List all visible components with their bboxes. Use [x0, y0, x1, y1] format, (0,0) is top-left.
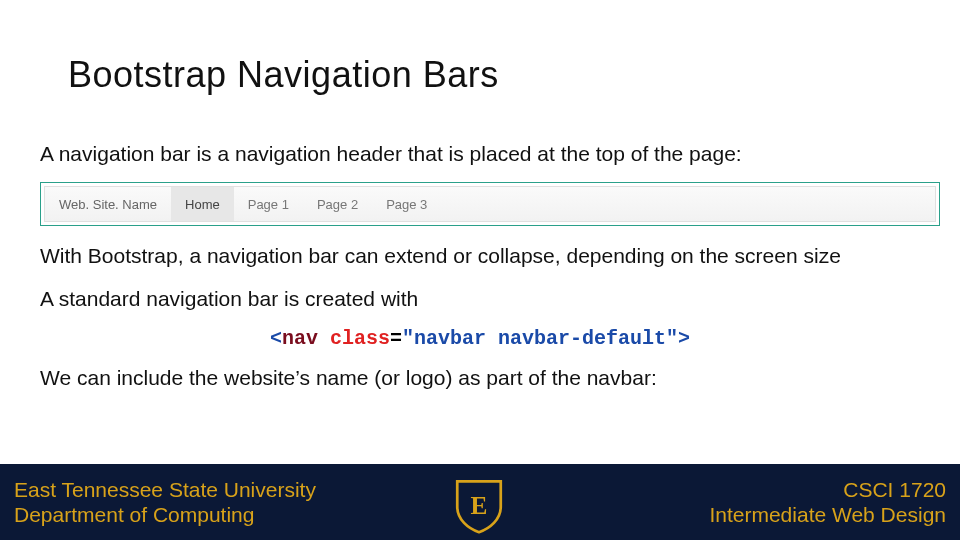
footer-department: Department of Computing	[14, 502, 316, 527]
slide-footer: East Tennessee State University Departme…	[0, 464, 960, 540]
etsu-logo-icon: E	[450, 476, 508, 534]
navbar-item-page1[interactable]: Page 1	[234, 187, 303, 221]
slide: Bootstrap Navigation Bars A navigation b…	[0, 0, 960, 540]
code-token-space	[318, 327, 330, 350]
footer-right: CSCI 1720 Intermediate Web Design	[709, 477, 946, 527]
paragraph-createdwith: A standard navigation bar is created wit…	[40, 285, 920, 313]
code-snippet: <nav class="navbar navbar-default">	[40, 327, 920, 350]
navbar-item-page2[interactable]: Page 2	[303, 187, 372, 221]
footer-course-name: Intermediate Web Design	[709, 502, 946, 527]
paragraph-intro: A navigation bar is a navigation header …	[40, 140, 920, 168]
code-token-eq: =	[390, 327, 402, 350]
navbar-item-page3[interactable]: Page 3	[372, 187, 441, 221]
footer-university: East Tennessee State University	[14, 477, 316, 502]
navbar-brand[interactable]: Web. Site. Name	[45, 187, 171, 221]
footer-left: East Tennessee State University Departme…	[14, 477, 316, 527]
page-title: Bootstrap Navigation Bars	[68, 54, 499, 96]
code-token-tag: nav	[282, 327, 318, 350]
logo-letter: E	[471, 491, 488, 519]
navbar-example: Web. Site. Name Home Page 1 Page 2 Page …	[44, 186, 936, 222]
slide-body: A navigation bar is a navigation header …	[40, 140, 920, 406]
code-token-close: >	[678, 327, 690, 350]
paragraph-logo: We can include the website’s name (or lo…	[40, 364, 920, 392]
footer-course-code: CSCI 1720	[709, 477, 946, 502]
navbar-item-home[interactable]: Home	[171, 187, 234, 221]
paragraph-collapse: With Bootstrap, a navigation bar can ext…	[40, 242, 920, 270]
code-token-string: "navbar navbar-default"	[402, 327, 678, 350]
navbar-example-frame: Web. Site. Name Home Page 1 Page 2 Page …	[40, 182, 940, 226]
code-token-open: <	[270, 327, 282, 350]
code-token-attr: class	[330, 327, 390, 350]
